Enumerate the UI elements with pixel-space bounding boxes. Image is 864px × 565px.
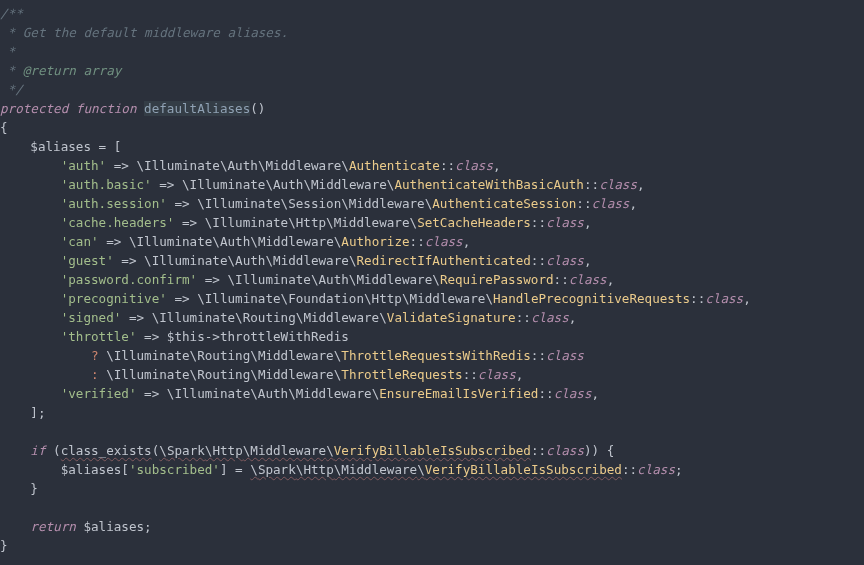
ns-part: Http (296, 215, 326, 230)
arrow: => (137, 386, 167, 401)
ns-sep: \ (288, 215, 296, 230)
ns-sep: \ (326, 215, 334, 230)
key-auth-session: 'auth.session' (61, 196, 167, 211)
ns-part: Middleware (356, 272, 432, 287)
ns-sep: \ (250, 386, 258, 401)
ns-part: Auth (228, 158, 258, 173)
ns-part: Auth (235, 253, 265, 268)
ns-part: Middleware (341, 462, 417, 477)
ns-sep: \ (228, 272, 236, 287)
ns-sep: \ (137, 158, 145, 173)
ns-part: Middleware (258, 348, 334, 363)
ns-sep: \ (129, 234, 137, 249)
sqclose: ] (220, 462, 228, 477)
ns-part: Middleware (273, 253, 349, 268)
ns-sep: \ (341, 158, 349, 173)
ns-part: Auth (319, 272, 349, 287)
doc-comment-l4a: * (0, 63, 23, 78)
ns-part: Foundation (288, 291, 364, 306)
brace-close-if: } (30, 481, 38, 496)
ns-sep: \ (250, 234, 258, 249)
semi: ; (144, 519, 152, 534)
keyword-function: function (76, 101, 137, 116)
class-verifybillable2: VerifyBillableIsSubscribed (425, 462, 622, 477)
paren-open: ( (53, 443, 61, 458)
comma: , (629, 196, 637, 211)
ns-part: Illuminate (137, 234, 213, 249)
class-precog: HandlePrecognitiveRequests (493, 291, 690, 306)
classkw: class (592, 196, 630, 211)
ns-part: Auth (258, 386, 288, 401)
ns-part: Middleware (410, 291, 486, 306)
brace-open: { (0, 120, 8, 135)
fn-parens: () (250, 101, 265, 116)
ns-sep: \ (250, 348, 258, 363)
ns-sep: \ (106, 367, 114, 382)
ns-sep: \ (410, 215, 418, 230)
ns-sep: \ (228, 253, 236, 268)
key-can: 'can' (61, 234, 99, 249)
comma: , (569, 310, 577, 325)
key-signed: 'signed' (61, 310, 122, 325)
comma: , (516, 367, 524, 382)
key-precognitive: 'precognitive' (61, 291, 167, 306)
ns-part: Http (303, 462, 333, 477)
comma: , (493, 158, 501, 173)
key-cache-headers: 'cache.headers' (61, 215, 175, 230)
ns-part: Middleware (265, 158, 341, 173)
key-verified: 'verified' (61, 386, 137, 401)
classkw: class (569, 272, 607, 287)
ns-part: Routing (197, 348, 250, 363)
ns-sep: \ (402, 291, 410, 306)
ns-part: Middleware (296, 386, 372, 401)
class-throttle-redis: ThrottleRequestsWithRedis (341, 348, 531, 363)
doc-comment-l2: * Get the default middleware aliases. (0, 25, 288, 40)
classkw: class (546, 348, 584, 363)
comma: , (607, 272, 615, 287)
dblcolon: :: (410, 234, 425, 249)
ns-sep: \ (197, 291, 205, 306)
ns-part: Middleware (250, 443, 326, 458)
assign-eq: = (91, 139, 114, 154)
array-open: [ (114, 139, 122, 154)
ternary-c: : (91, 367, 99, 382)
dblcolon: :: (576, 196, 591, 211)
doc-comment-l3: * (0, 44, 15, 59)
classkw: class (455, 158, 493, 173)
ns-sep: \ (432, 272, 440, 287)
ns-part: Illuminate (235, 272, 311, 287)
dblcolon: :: (531, 348, 546, 363)
arrow: => (121, 310, 151, 325)
comma: , (592, 386, 600, 401)
doc-comment-l1: /** (0, 6, 23, 21)
ns-part: Routing (243, 310, 296, 325)
dblcolon: :: (531, 443, 546, 458)
dblcolon: :: (463, 367, 478, 382)
ns-part: Illuminate (212, 215, 288, 230)
sqopen: [ (121, 462, 129, 477)
ns-sep: \ (379, 310, 387, 325)
ns-part: Middleware (311, 177, 387, 192)
ns-sep: \ (235, 310, 243, 325)
ns-sep: \ (288, 386, 296, 401)
ns-part: Illuminate (114, 348, 190, 363)
ns-part: Illuminate (144, 158, 220, 173)
dblcolon: :: (690, 291, 705, 306)
ns-part: Http (372, 291, 402, 306)
class-redirectauth: RedirectIfAuthenticated (356, 253, 530, 268)
ns-part: Spark (167, 443, 205, 458)
class-requirepwd: RequirePassword (440, 272, 554, 287)
arrow: => (167, 196, 197, 211)
arrow: => (174, 215, 204, 230)
comma: , (584, 215, 592, 230)
doc-comment-l5: */ (0, 82, 23, 97)
class-authenticate: Authenticate (349, 158, 440, 173)
arrow: => (114, 253, 144, 268)
array-close: ] (30, 405, 38, 420)
ns-part: Illuminate (114, 367, 190, 382)
arrow: => (197, 272, 227, 287)
classkw: class (546, 253, 584, 268)
arrow: => (152, 177, 182, 192)
class-verified: EnsureEmailIsVerified (379, 386, 538, 401)
dblcolon: :: (538, 386, 553, 401)
